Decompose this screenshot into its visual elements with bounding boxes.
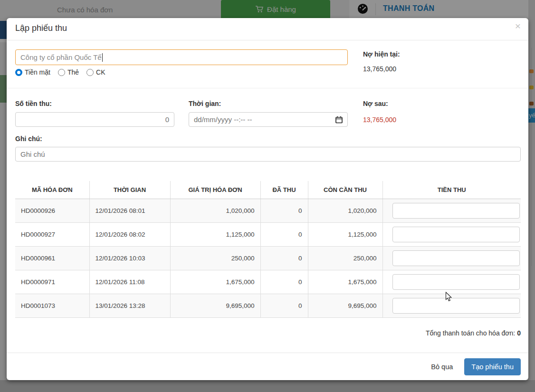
radio-tien-mat[interactable]: Tiền mặt bbox=[15, 68, 50, 76]
total-payment-line: Tổng thanh toán cho hóa đơn:0 bbox=[426, 329, 521, 337]
note-input[interactable] bbox=[15, 147, 521, 162]
time-input[interactable]: dd/mm/yyyy --:-- -- bbox=[189, 112, 348, 127]
total-label: Tổng thanh toán cho hóa đơn: bbox=[426, 329, 515, 337]
debt-after-value: 13,765,000 bbox=[363, 116, 396, 124]
table-header-row: MÃ HÓA ĐƠN THỜI GIAN GIÁ TRỊ HÓA ĐƠN ĐÃ … bbox=[15, 181, 521, 199]
time-label: Thời gian: bbox=[189, 100, 221, 107]
invoice-paid: 0 bbox=[260, 199, 308, 222]
radio-selected-icon[interactable] bbox=[15, 69, 22, 76]
invoice-time: 12/01/2026 08:01 bbox=[89, 199, 170, 222]
invoice-value: 1,125,000 bbox=[170, 222, 260, 246]
modal-header: Lập phiếu thu × bbox=[7, 18, 528, 40]
invoice-remaining: 1,125,000 bbox=[308, 222, 382, 246]
radio-ck[interactable]: CK bbox=[86, 68, 105, 76]
invoice-time: 12/01/2026 10:03 bbox=[89, 246, 170, 270]
customer-input-value: Công ty cổ phần Quốc Tế bbox=[20, 53, 102, 61]
invoice-code: HD0000961 bbox=[15, 246, 89, 270]
modal-footer: Bỏ qua Tạo phiếu thu bbox=[7, 353, 528, 380]
payment-amount-input[interactable] bbox=[392, 203, 520, 219]
payment-amount-input[interactable] bbox=[392, 250, 520, 266]
payment-method-radios: Tiền mặt Thẻ CK bbox=[15, 68, 105, 76]
invoice-paid: 0 bbox=[260, 246, 308, 270]
customer-input[interactable]: Công ty cổ phần Quốc Tế bbox=[15, 49, 348, 65]
modal-title: Lập phiếu thu bbox=[15, 23, 67, 33]
mouse-cursor bbox=[445, 292, 453, 302]
table-row: HD0000927 12/01/2026 08:02 1,125,000 0 1… bbox=[15, 222, 521, 246]
invoice-value: 1,675,000 bbox=[170, 270, 260, 294]
col-header-value: GIÁ TRỊ HÓA ĐƠN bbox=[170, 181, 260, 199]
invoice-code: HD0000926 bbox=[15, 199, 89, 222]
screen: Chưa có hóa đơn Đặt hàng THANH TOÁN bbox=[0, 0, 535, 392]
invoice-code: HD0001073 bbox=[15, 294, 89, 317]
text-caret bbox=[102, 53, 103, 62]
amount-label: Số tiền thu: bbox=[15, 100, 52, 107]
invoice-paid: 0 bbox=[260, 294, 308, 317]
section-divider bbox=[7, 88, 528, 88]
note-label: Ghi chú: bbox=[15, 135, 42, 143]
calendar-icon bbox=[335, 116, 343, 124]
table-row: HD0000971 12/01/2026 11:08 1,675,000 0 1… bbox=[15, 270, 521, 294]
radio-label: Tiền mặt bbox=[25, 68, 50, 76]
invoice-paid: 0 bbox=[260, 222, 308, 246]
radio-the[interactable]: Thẻ bbox=[58, 68, 79, 76]
payment-amount-input[interactable] bbox=[392, 274, 520, 290]
col-header-payment: TIỀN THU bbox=[382, 181, 521, 199]
col-header-paid: ĐÃ THU bbox=[260, 181, 308, 199]
invoice-paid: 0 bbox=[260, 270, 308, 294]
invoice-remaining: 1,675,000 bbox=[308, 270, 382, 294]
payment-amount-input[interactable] bbox=[392, 298, 520, 314]
close-icon[interactable]: × bbox=[515, 21, 521, 31]
create-receipt-button[interactable]: Tạo phiếu thu bbox=[464, 358, 521, 375]
current-debt-label: Nợ hiện tại: bbox=[363, 50, 400, 58]
invoice-value: 1,020,000 bbox=[170, 199, 260, 222]
invoice-time: 12/01/2026 08:02 bbox=[89, 222, 170, 246]
amount-input[interactable] bbox=[15, 112, 174, 127]
invoice-remaining: 250,000 bbox=[308, 246, 382, 270]
invoice-time: 12/01/2026 11:08 bbox=[89, 270, 170, 294]
invoice-code: HD0000927 bbox=[15, 222, 89, 246]
skip-button[interactable]: Bỏ qua bbox=[424, 358, 459, 375]
invoice-remaining: 1,020,000 bbox=[308, 199, 382, 222]
radio-icon[interactable] bbox=[86, 69, 94, 76]
radio-icon[interactable] bbox=[58, 69, 65, 76]
total-value: 0 bbox=[517, 329, 521, 337]
invoice-code: HD0000971 bbox=[15, 270, 89, 294]
table-row: HD0000961 12/01/2026 10:03 250,000 0 250… bbox=[15, 246, 521, 270]
invoice-remaining: 9,695,000 bbox=[308, 294, 382, 317]
debt-after-label: Nợ sau: bbox=[363, 100, 388, 107]
col-header-code: MÃ HÓA ĐƠN bbox=[15, 181, 89, 199]
current-debt-value: 13,765,000 bbox=[363, 65, 396, 73]
payment-amount-input[interactable] bbox=[392, 227, 520, 242]
radio-label: Thẻ bbox=[67, 68, 79, 76]
invoice-time: 13/01/2026 13:28 bbox=[89, 294, 170, 317]
col-header-time: THỜI GIAN bbox=[89, 181, 170, 199]
invoice-value: 9,695,000 bbox=[170, 294, 260, 317]
table-row: HD0000926 12/01/2026 08:01 1,020,000 0 1… bbox=[15, 199, 521, 222]
create-receipt-modal: Lập phiếu thu × Công ty cổ phần Quốc Tế … bbox=[7, 18, 528, 380]
time-placeholder: dd/mm/yyyy --:-- -- bbox=[194, 115, 252, 124]
invoice-value: 250,000 bbox=[170, 246, 260, 270]
radio-label: CK bbox=[96, 68, 105, 76]
col-header-remaining: CÒN CẦN THU bbox=[308, 181, 382, 199]
